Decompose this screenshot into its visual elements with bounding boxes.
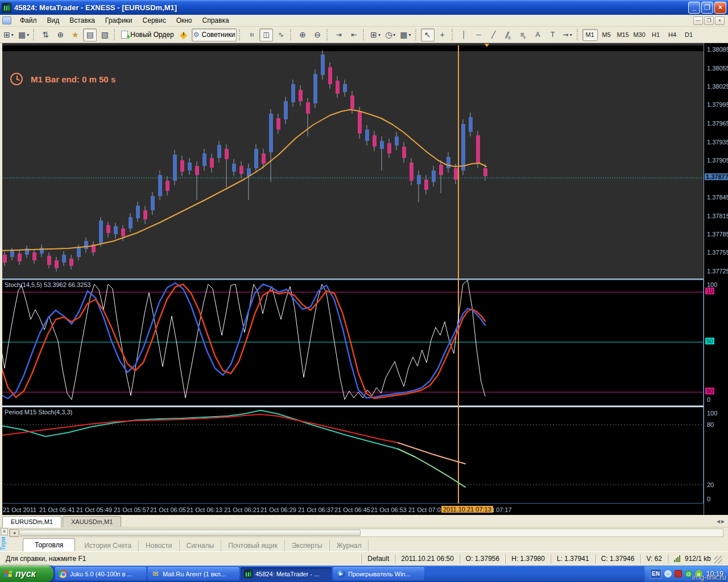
terminal-button[interactable]: ▤ [83, 28, 97, 41]
menu-tools[interactable]: Сервис [138, 15, 171, 26]
new-chart-button[interactable]: ⊞▾ [2, 28, 15, 41]
taskbar-item-mailru[interactable]: ✉ Mail.Ru Агент (1 вкл... [148, 567, 239, 580]
status-close: C: 1.37946 [595, 554, 640, 564]
timeframe-h4-button[interactable]: H4 [665, 29, 680, 41]
expert-advisors-button[interactable]: ⚙ Советники [192, 28, 237, 41]
text-button[interactable]: A [531, 28, 545, 41]
menu-view[interactable]: Вид [42, 15, 65, 26]
fibonacci-button[interactable]: ≡F [516, 28, 530, 41]
menu-insert[interactable]: Вставка [64, 15, 100, 26]
tab-account-history[interactable]: История Счета [77, 540, 139, 551]
timeframe-d1-button[interactable]: D1 [681, 29, 697, 41]
taskbar: пуск Juku 5.0 (40-100п в ... ✉ Mail.Ru А… [0, 566, 728, 582]
clock-icon [10, 73, 23, 85]
indicators-button[interactable]: ⊞▾ [369, 28, 382, 41]
child-close-button[interactable]: × [715, 16, 725, 25]
terminal-panel: × Терм ◂ Торговля История Счета Новости … [0, 527, 728, 551]
toolbar-grip [452, 29, 455, 40]
taskbar-item-media-player[interactable]: ▶ Проигрыватель Win... [333, 567, 424, 580]
tray-collapse-icon[interactable]: ‹ [664, 570, 672, 577]
trendline-button[interactable]: ╱ [487, 28, 500, 41]
timeframe-m5-button[interactable]: M5 [599, 29, 614, 41]
zoom-out-button[interactable]: ⊖ [311, 28, 324, 41]
market-watch-button[interactable]: ⇅ [39, 28, 52, 41]
bar-chart-button[interactable]: ≡ [245, 28, 258, 41]
tab-scroll-left-icon[interactable]: ◂ [717, 517, 720, 525]
period-stochastic-panel[interactable] [0, 407, 704, 504]
resize-grip[interactable] [714, 556, 722, 564]
timeframe-m30-button[interactable]: M30 [632, 29, 647, 41]
language-indicator[interactable]: EN [650, 569, 661, 579]
stochastic-label: Stoch(14,5,5) 53.3962 66.3253 [5, 281, 91, 288]
arrows-button[interactable]: ⇝▾ [561, 28, 574, 41]
taskbar-item-metatrader[interactable]: 45824: MetaTrader - ... [241, 567, 332, 580]
menu-charts[interactable]: Графики [100, 15, 138, 26]
timeframe-h1-button[interactable]: H1 [648, 29, 664, 41]
child-minimize-button[interactable]: — [693, 16, 703, 25]
menu-help[interactable]: Справка [197, 15, 234, 26]
envelope-icon: ✉ [151, 569, 160, 578]
connection-bars-icon [674, 555, 680, 562]
bar-timer-text: M1 Bar end: 0 m 50 s [31, 74, 115, 84]
periods-button[interactable]: ◷▾ [383, 28, 397, 41]
status-bar-time: 2011.10.21 06:50 [395, 554, 460, 564]
window-title: 45824: MetaTrader - EXNESS - [EURUSDm,M1… [14, 3, 688, 12]
timeframe-m15-button[interactable]: M15 [615, 29, 631, 41]
templates-button[interactable]: ▦▾ [398, 28, 412, 41]
toolbar-grip [239, 29, 242, 40]
navigator-button[interactable]: ★ [68, 28, 82, 41]
strategy-tester-button[interactable]: ▧ [98, 28, 111, 41]
text-label-button[interactable]: T [546, 28, 560, 41]
tab-scroll-right-icon[interactable]: ▸ [721, 517, 725, 525]
vertical-line-button[interactable]: │ [457, 28, 471, 41]
tab-news[interactable]: Новости [139, 540, 179, 551]
scrollbar-thumb[interactable] [19, 530, 361, 536]
menu-window[interactable]: Окно [171, 15, 197, 26]
terminal-side-label: Терм [0, 536, 8, 551]
status-profile[interactable]: Default [361, 554, 395, 564]
horizontal-line-button[interactable]: ─ [472, 28, 486, 41]
tab-eurusd[interactable]: EURUSDm,M1 [2, 516, 61, 527]
period-stochastic-label: Period M15 Stoch(4,3,3) [5, 409, 72, 415]
tab-journal[interactable]: Журнал [330, 540, 369, 551]
scroll-left-icon[interactable]: ◂ [10, 529, 19, 537]
timeframe-m1-button[interactable]: M1 [582, 29, 598, 41]
toolbar-grip [363, 29, 366, 40]
minimize-button[interactable]: _ [688, 2, 700, 14]
crosshair-button[interactable]: + [436, 28, 449, 41]
network-monitor-icon[interactable] [675, 570, 682, 577]
tab-experts[interactable]: Эксперты [285, 540, 330, 551]
profiles-button[interactable]: ▦▾ [16, 28, 31, 41]
auto-scroll-button[interactable]: ⇥ [332, 28, 346, 41]
stochastic-panel[interactable] [0, 280, 704, 406]
candlestick-chart-button[interactable]: ◫ [259, 28, 273, 41]
tab-mailbox[interactable]: Почтовый ящик [221, 540, 285, 551]
menu-file[interactable]: Файл [15, 15, 42, 26]
agent-icon[interactable]: @ [685, 570, 692, 577]
zoom-in-button[interactable]: ⊕ [296, 28, 309, 41]
toolbar-grip [326, 29, 330, 40]
equidistant-channel-button[interactable]: ∥E [502, 28, 515, 41]
tab-xauusd[interactable]: XAUUSDm,M1 [63, 516, 121, 527]
browser-icon [59, 569, 67, 578]
status-connection: 912/1 kb [668, 554, 728, 564]
taskbar-item-juku[interactable]: Juku 5.0 (40-100п в ... [55, 567, 146, 580]
cursor-button[interactable]: ↖ [421, 28, 435, 41]
status-volume: V: 62 [640, 554, 668, 564]
new-order-button[interactable]: Новый Ордер [119, 28, 175, 41]
restore-button[interactable]: ❐ [701, 2, 713, 14]
close-button[interactable]: × [714, 2, 726, 14]
child-restore-button[interactable]: ❐ [704, 16, 714, 25]
terminal-scrollbar[interactable]: ◂ [9, 529, 723, 537]
tab-signals[interactable]: Сигналы [180, 540, 222, 551]
status-high: H: 1.37980 [505, 554, 551, 564]
line-chart-button[interactable]: ∿ [274, 28, 288, 41]
terminal-close-button[interactable]: × [1, 528, 8, 535]
chart-shift-button[interactable]: ⇤ [347, 28, 361, 41]
data-window-button[interactable]: ⊕ [53, 28, 67, 41]
start-button[interactable]: пуск [0, 566, 53, 582]
tab-trade[interactable]: Торговля [23, 538, 75, 551]
alert-warning-icon[interactable]: ◆! [177, 28, 191, 41]
chart-window-icon[interactable] [2, 16, 11, 24]
media-player-icon: ▶ [337, 569, 345, 578]
